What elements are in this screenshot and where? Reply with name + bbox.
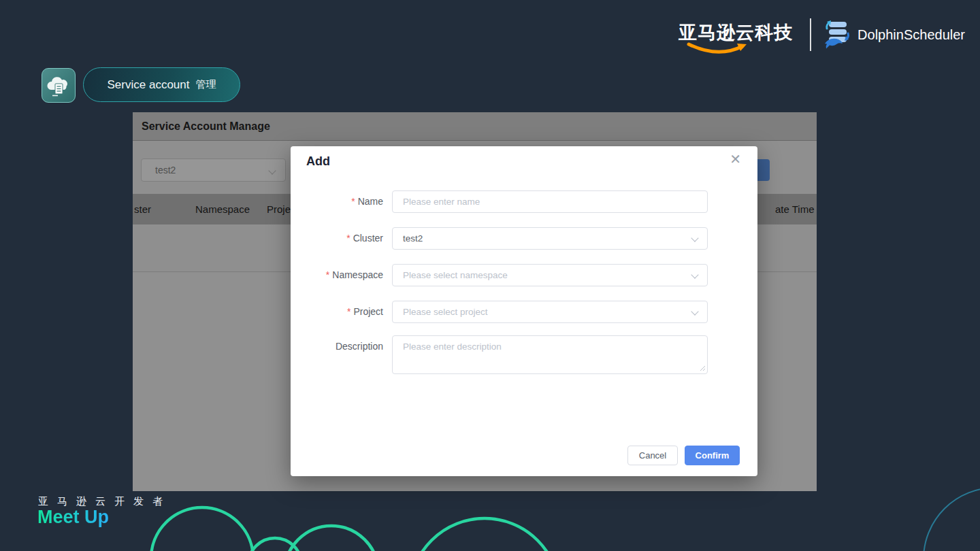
cluster-label: *Cluster [291, 227, 383, 250]
add-form: *Name *Cluster test2 *Namespace Please s… [291, 190, 757, 388]
form-row-project: *Project Please select project [291, 301, 757, 323]
project-select-placeholder: Please select project [403, 307, 488, 317]
confirm-button[interactable]: Confirm [685, 446, 740, 465]
required-marker: * [346, 233, 350, 244]
description-label: Description [291, 335, 383, 374]
required-marker: * [347, 306, 350, 317]
form-row-name: *Name [291, 190, 757, 213]
form-row-cluster: *Cluster test2 [291, 227, 757, 250]
page-title: Service Account Manage [142, 112, 270, 141]
footer-meetup-text: Meet Up [37, 507, 109, 528]
close-icon[interactable]: ✕ [730, 152, 741, 166]
aws-china-logo-text: 亚马逊云科技 [679, 20, 793, 45]
modal-footer: Cancel Confirm [627, 446, 740, 465]
chevron-down-icon [691, 234, 698, 241]
service-account-nav-label-en: Service account [108, 78, 190, 92]
dolphinscheduler-icon [820, 19, 852, 51]
form-row-namespace: *Namespace Please select namespace [291, 264, 757, 286]
column-header-project-partial: Proje [267, 194, 291, 224]
resize-handle-icon[interactable] [699, 365, 706, 371]
cluster-select-value: test2 [403, 233, 423, 244]
namespace-label: *Namespace [291, 264, 383, 286]
name-input[interactable] [392, 190, 708, 213]
column-header-namespace: Namespace [195, 194, 250, 224]
required-marker: * [351, 196, 355, 207]
required-marker: * [326, 269, 329, 280]
service-account-nav-badge[interactable]: Service account 管理 [83, 67, 240, 102]
form-row-description: Description [291, 335, 757, 374]
column-header-time-partial: ate Time [775, 194, 815, 224]
project-select[interactable]: Please select project [392, 301, 708, 323]
service-account-nav-label-zh: 管理 [195, 78, 216, 91]
aws-china-logo: 亚马逊云科技 [679, 20, 793, 45]
name-label: *Name [291, 190, 383, 213]
add-modal: Add ✕ *Name *Cluster test2 *Namespace Pl… [291, 146, 757, 476]
cancel-button[interactable]: Cancel [627, 446, 678, 465]
dolphinscheduler-logo-text: DolphinScheduler [858, 27, 965, 43]
amazon-smile-icon [687, 42, 749, 56]
page-title-band: Service Account Manage [133, 112, 817, 141]
cloud-file-icon [46, 73, 71, 98]
namespace-select-placeholder: Please select namespace [403, 270, 508, 280]
chevron-down-icon [691, 307, 698, 315]
chevron-down-icon [268, 167, 276, 174]
modal-title: Add [306, 154, 330, 169]
brand-divider [810, 18, 811, 51]
dolphinscheduler-logo: DolphinScheduler [820, 19, 965, 51]
cluster-filter-select[interactable]: test2 [141, 158, 286, 182]
column-header-cluster-partial: ster [134, 194, 151, 224]
cloud-service-icon-tile[interactable] [42, 68, 76, 103]
description-textarea[interactable] [392, 335, 708, 374]
chevron-down-icon [691, 271, 698, 278]
cluster-filter-value: test2 [155, 165, 176, 176]
project-label: *Project [291, 301, 383, 323]
cluster-select[interactable]: test2 [392, 227, 708, 250]
namespace-select[interactable]: Please select namespace [392, 264, 708, 286]
